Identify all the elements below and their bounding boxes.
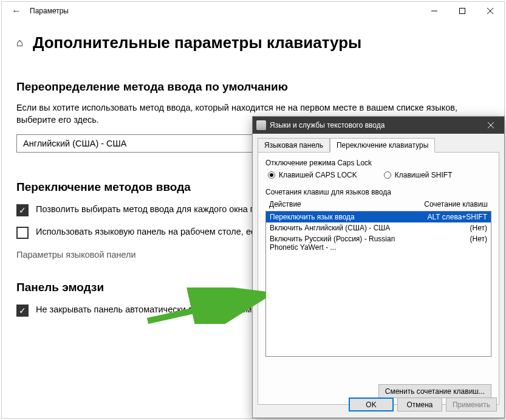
radio-shift-indicator: [384, 171, 391, 179]
ok-button[interactable]: OK: [349, 398, 394, 411]
text-services-dialog: Языки и службы текстового ввода Языковая…: [252, 116, 505, 418]
row-shortcut: (Нет): [414, 224, 487, 232]
close-button[interactable]: [476, 2, 504, 20]
row-shortcut: (Нет): [414, 235, 487, 252]
tab-panel: Отключение режима Caps Lock Клавишей CAP…: [258, 152, 499, 405]
dialog-tabs: Языковая панель Переключение клавиатуры: [253, 134, 504, 152]
list-row[interactable]: Переключить язык ввода ALT слева+SHIFT: [266, 212, 491, 222]
cancel-button[interactable]: Отмена: [397, 398, 442, 411]
page-header: ⌂ Дополнительные параметры клавиатуры: [16, 33, 490, 52]
col-shortcut-header: Сочетание клавиш: [415, 200, 488, 208]
dialog-close-button[interactable]: [477, 117, 504, 134]
change-hotkey-row: Сменить сочетание клавиш...: [378, 384, 491, 398]
hotkeys-group-label: Сочетания клавиш для языков ввода: [265, 188, 491, 196]
titlebar: ← Параметры: [2, 2, 504, 20]
list-row[interactable]: Включить Английский (США) - США (Нет): [266, 222, 491, 233]
row-action: Включить Русский (Россия) - Russian Phon…: [270, 235, 414, 252]
radio-capslock-indicator: [268, 171, 275, 179]
checkbox-emoji[interactable]: [16, 305, 29, 317]
window-buttons: [420, 2, 504, 20]
apply-button[interactable]: Применить: [446, 398, 497, 411]
hotkeys-listbox[interactable]: Переключить язык ввода ALT слева+SHIFT В…: [265, 211, 491, 357]
maximize-button[interactable]: [448, 2, 476, 20]
radio-capslock-label: Клавишей CAPS LOCK: [279, 171, 357, 179]
checkbox-emoji-label: Не закрывать панель автоматически после …: [36, 304, 271, 316]
list-row[interactable]: Включить Русский (Россия) - Russian Phon…: [266, 233, 491, 253]
svg-rect-1: [460, 9, 465, 14]
col-action-header: Действие: [269, 200, 415, 208]
capslock-group-label: Отключение режима Caps Lock: [265, 159, 491, 167]
default-input-method-select[interactable]: Английский (США) - США: [16, 134, 272, 153]
row-action: Переключить язык ввода: [270, 213, 414, 221]
checkbox-per-window[interactable]: [16, 204, 29, 216]
dialog-buttons: OK Отмена Применить: [349, 398, 497, 411]
tab-keyboard-switch[interactable]: Переключение клавиатуры: [330, 138, 435, 153]
list-header: Действие Сочетание клавиш: [265, 199, 491, 210]
langbar-options-link[interactable]: Параметры языковой панели: [16, 250, 136, 260]
dialog-title: Языки и службы текстового ввода: [270, 121, 385, 129]
checkbox-langbar[interactable]: [16, 227, 29, 239]
change-hotkey-button[interactable]: Сменить сочетание клавиш...: [378, 384, 491, 398]
radio-shift-label: Клавишей SHIFT: [395, 171, 453, 179]
radio-shift[interactable]: Клавишей SHIFT: [384, 171, 453, 179]
radio-capslock[interactable]: Клавишей CAPS LOCK: [268, 171, 357, 179]
row-shortcut: ALT слева+SHIFT: [414, 213, 487, 221]
back-icon[interactable]: ←: [7, 5, 26, 16]
select-value: Английский (США) - США: [23, 139, 127, 148]
tab-language-bar[interactable]: Языковая панель: [258, 138, 330, 153]
hotkeys-group: Сочетания клавиш для языков ввода Действ…: [265, 188, 491, 357]
capslock-radio-row: Клавишей CAPS LOCK Клавишей SHIFT: [268, 171, 491, 179]
keyboard-icon: [256, 120, 266, 130]
page-title: Дополнительные параметры клавиатуры: [33, 33, 361, 52]
window-title: Параметры: [30, 7, 69, 15]
home-icon[interactable]: ⌂: [16, 36, 23, 49]
dialog-titlebar[interactable]: Языки и службы текстового ввода: [253, 117, 504, 134]
row-action: Включить Английский (США) - США: [270, 224, 414, 232]
section-override-heading: Переопределение метода ввода по умолчани…: [16, 80, 490, 94]
minimize-button[interactable]: [420, 2, 448, 20]
